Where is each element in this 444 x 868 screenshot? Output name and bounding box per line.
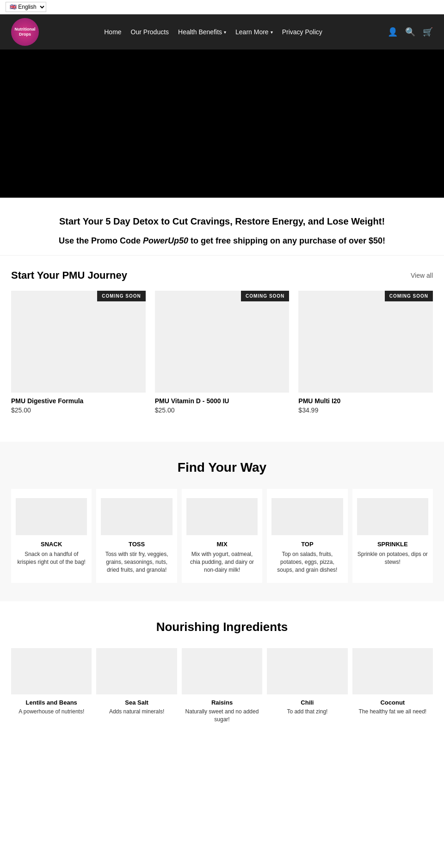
ingredient-card-coconut: Coconut The healthy fat we all need!: [352, 648, 433, 724]
product-price: $25.00: [155, 406, 290, 414]
way-card-toss: TOSS Toss with stir fry, veggies, grains…: [96, 489, 177, 583]
ingredient-desc: Naturally sweet and no added sugar!: [182, 708, 262, 724]
ingredient-image: [11, 648, 92, 694]
view-all-link[interactable]: View all: [411, 272, 433, 279]
find-way-section: Find Your Way SNACK Snack on a handful o…: [0, 442, 444, 601]
product-name: PMU Digestive Formula: [11, 397, 146, 405]
way-desc: Snack on a handful of krispies right out…: [16, 550, 87, 566]
product-card[interactable]: COMING SOON PMU Vitamin D - 5000 IU $25.…: [155, 291, 290, 414]
nav-our-products[interactable]: Our Products: [131, 28, 169, 36]
ingredient-name: Sea Salt: [96, 699, 177, 706]
nav-learn-more[interactable]: Learn More ▾: [235, 28, 273, 36]
main-nav: Home Our Products Health Benefits ▾ Lear…: [39, 28, 388, 36]
way-image: [101, 498, 172, 535]
ingredient-desc: Adds natural minerals!: [96, 708, 177, 716]
language-select[interactable]: 🇬🇧 English: [6, 2, 46, 12]
user-icon[interactable]: 👤: [388, 27, 398, 37]
way-label: SPRINKLE: [377, 541, 408, 548]
products-section-title: Start Your PMU Journey: [11, 269, 127, 281]
coming-soon-badge: COMING SOON: [97, 291, 145, 301]
chevron-down-icon: ▾: [271, 30, 273, 35]
products-section: Start Your PMU Journey View all COMING S…: [0, 256, 444, 428]
way-desc: Mix with yogurt, oatmeal, chia pudding, …: [186, 550, 258, 574]
ingredient-desc: The healthy fat we all need!: [352, 708, 433, 716]
product-price: $34.99: [298, 406, 433, 414]
ingredient-card-chili: Chili To add that zing!: [267, 648, 347, 724]
promo-code: Use the Promo Code PowerUp50 to get free…: [11, 236, 433, 246]
footer-spacer: [0, 742, 444, 770]
way-image: [271, 498, 343, 535]
ingredient-card-raisins: Raisins Naturally sweet and no added sug…: [182, 648, 262, 724]
ingredient-name: Coconut: [352, 699, 433, 706]
ingredients-grid: Lentils and Beans A powerhouse of nutrie…: [11, 648, 433, 724]
ingredients-section: Nourishing Ingredients Lentils and Beans…: [0, 601, 444, 742]
way-desc: Sprinkle on potatoes, dips or stews!: [357, 550, 428, 566]
nav-health-benefits[interactable]: Health Benefits ▾: [178, 28, 226, 36]
product-image: COMING SOON: [298, 291, 433, 393]
ingredient-desc: To add that zing!: [267, 708, 347, 716]
ingredient-name: Lentils and Beans: [11, 699, 92, 706]
way-image: [186, 498, 258, 535]
way-label: TOSS: [129, 541, 145, 548]
ingredient-image: [267, 648, 347, 694]
product-image: COMING SOON: [155, 291, 290, 393]
chevron-down-icon: ▾: [224, 30, 226, 35]
search-icon[interactable]: 🔍: [405, 27, 415, 37]
ingredient-name: Raisins: [182, 699, 262, 706]
product-name: PMU Multi I20: [298, 397, 433, 405]
product-price: $25.00: [11, 406, 146, 414]
ingredient-card-lentils: Lentils and Beans A powerhouse of nutrie…: [11, 648, 92, 724]
hero-banner: [0, 50, 444, 198]
way-card-snack: SNACK Snack on a handful of krispies rig…: [11, 489, 92, 583]
promo-section: Start Your 5 Day Detox to Cut Cravings, …: [0, 198, 444, 256]
header-icons: 👤 🔍 🛒: [388, 27, 433, 37]
products-section-header: Start Your PMU Journey View all: [11, 269, 433, 281]
site-header: Nutritional Drops Home Our Products Heal…: [0, 14, 444, 50]
way-card-top: TOP Top on salads, fruits, potatoes, egg…: [267, 489, 347, 583]
promo-title: Start Your 5 Day Detox to Cut Cravings, …: [11, 216, 433, 227]
ingredients-title: Nourishing Ingredients: [11, 620, 433, 634]
products-grid: COMING SOON PMU Digestive Formula $25.00…: [11, 291, 433, 414]
way-desc: Top on salads, fruits, potatoes, eggs, p…: [271, 550, 343, 574]
way-card-sprinkle: SPRINKLE Sprinkle on potatoes, dips or s…: [352, 489, 433, 583]
language-bar: 🇬🇧 English: [0, 0, 444, 14]
find-way-title: Find Your Way: [11, 460, 433, 475]
product-card[interactable]: COMING SOON PMU Multi I20 $34.99: [298, 291, 433, 414]
coming-soon-badge: COMING SOON: [241, 291, 289, 301]
nav-privacy-policy[interactable]: Privacy Policy: [282, 28, 322, 36]
way-label: MIX: [216, 541, 227, 548]
cart-icon[interactable]: 🛒: [423, 27, 433, 37]
way-desc: Toss with stir fry, veggies, grains, sea…: [101, 550, 172, 574]
site-logo[interactable]: Nutritional Drops: [11, 18, 39, 46]
ingredient-desc: A powerhouse of nutrients!: [11, 708, 92, 716]
ingredient-name: Chili: [267, 699, 347, 706]
way-label: TOP: [301, 541, 314, 548]
ingredient-image: [182, 648, 262, 694]
way-image: [357, 498, 428, 535]
way-label: SNACK: [41, 541, 62, 548]
ingredient-image: [352, 648, 433, 694]
product-card[interactable]: COMING SOON PMU Digestive Formula $25.00: [11, 291, 146, 414]
nav-home[interactable]: Home: [104, 28, 121, 36]
ingredient-card-sea-salt: Sea Salt Adds natural minerals!: [96, 648, 177, 724]
way-card-mix: MIX Mix with yogurt, oatmeal, chia puddi…: [182, 489, 262, 583]
ingredient-image: [96, 648, 177, 694]
coming-soon-badge: COMING SOON: [385, 291, 433, 301]
way-image: [16, 498, 87, 535]
ways-grid: SNACK Snack on a handful of krispies rig…: [11, 489, 433, 583]
product-image: COMING SOON: [11, 291, 146, 393]
product-name: PMU Vitamin D - 5000 IU: [155, 397, 290, 405]
